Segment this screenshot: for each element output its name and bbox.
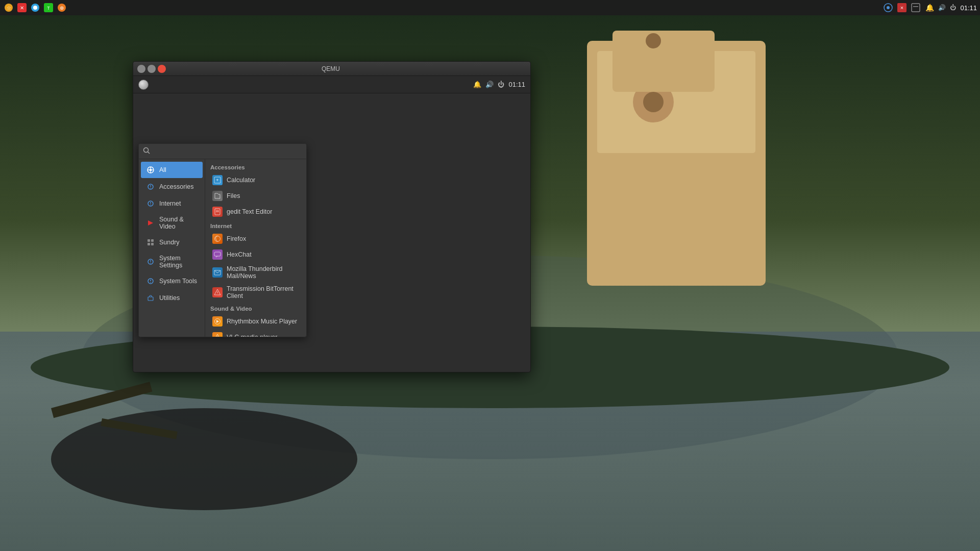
category-item-system-tools[interactable]: System Tools [141,273,203,289]
app-item-gedit-text-editor[interactable]: gedit Text Editor [207,204,304,219]
app-item-transmission-bittorrent-client[interactable]: Transmission BitTorrent Client [207,283,304,302]
app-icon-files [212,191,223,201]
app-icon-firefox [212,234,223,244]
category-label-internet: Internet [159,200,181,207]
app-icon-transmission-bittorrent-client [212,287,223,297]
close-button[interactable]: × [158,65,166,73]
app-icon-gedit-text-editor [212,207,223,217]
app-label-mozilla-thunderbird-mail-news: Mozilla Thunderbird Mail/News [227,265,299,280]
app-item-rhythmbox-music-player[interactable]: Rhythmbox Music Player [207,314,304,329]
volume-icon[interactable]: 🔊 [938,4,946,11]
svg-point-19 [646,33,661,48]
category-item-sundry[interactable]: Sundry [141,234,203,251]
app-icon-vlc-media-player [212,332,223,337]
app-label-gedit-text-editor: gedit Text Editor [227,208,272,215]
search-icon [143,147,150,156]
app-item-files[interactable]: Files [207,188,304,204]
section-header-accessories: Accessories [205,161,306,172]
svg-rect-18 [612,31,715,92]
category-icon-sundry [146,238,155,247]
category-icon-all [146,165,155,174]
qemu-title: QEMU [166,65,496,72]
app-label-calculator: Calculator [227,177,255,184]
svg-text:✕: ✕ [20,5,24,11]
app-icon-calculator: + [212,175,223,185]
category-list: AllAccessoriesInternetSound & VideoSundr… [139,159,205,337]
qemu-clock: 01:11 [508,81,525,88]
minimize-button[interactable]: – [137,65,145,73]
power-icon[interactable]: ⏻ [950,4,956,11]
svg-marker-53 [148,220,153,226]
qemu-logo-ball [138,80,149,90]
svg-rect-71 [214,252,220,256]
svg-point-60 [150,263,151,264]
category-item-all[interactable]: All [141,162,203,178]
category-item-accessories[interactable]: Accessories [141,179,203,195]
app-item-vlc-media-player[interactable]: VLC media player [207,330,304,337]
taskbar-app-icon-5[interactable]: ⊕ [56,2,67,13]
taskbar-app-icon-4[interactable]: T [43,2,54,13]
category-item-sound-video[interactable]: Sound & Video [141,212,203,234]
app-label-files: Files [227,192,240,199]
category-label-sundry: Sundry [159,239,180,246]
app-item-calculator[interactable]: +Calculator [207,172,304,188]
category-label-all: All [159,166,166,173]
window-manager-icon[interactable] [910,2,921,13]
maximize-button[interactable]: ❐ [148,65,156,73]
search-input[interactable] [153,147,302,155]
app-item-firefox[interactable]: Firefox [207,231,304,246]
app-item-mozilla-thunderbird-mail-news[interactable]: Mozilla Thunderbird Mail/News [207,263,304,282]
taskbar-app-icon-3[interactable] [30,2,41,13]
app-list: Accessories+CalculatorFilesgedit Text Ed… [205,159,306,337]
svg-point-63 [150,282,151,283]
category-icon-system-settings [146,257,155,266]
svg-rect-54 [148,239,150,242]
menu-body: AllAccessoriesInternetSound & VideoSundr… [139,159,306,337]
qemu-menu-left [138,80,149,90]
chrome-icon[interactable] [883,2,894,13]
svg-rect-64 [148,297,153,300]
app-icon-hexchat [212,249,223,260]
taskbar-right: × 🔔 🔊 ⏻ 01:11 [883,2,977,13]
svg-text:+: + [216,178,218,183]
svg-point-20 [51,408,357,510]
svg-point-28 [33,6,37,10]
svg-point-52 [150,205,151,206]
svg-text:T: T [47,6,50,11]
category-label-utilities: Utilities [159,294,180,302]
category-item-internet[interactable]: Internet [141,195,203,212]
svg-text:☆: ☆ [7,5,11,11]
titlebar-left-space: – ❐ × [137,65,166,73]
taskbar-app-icon-2[interactable]: ✕ [16,2,28,13]
category-icon-accessories [146,182,155,191]
svg-rect-56 [148,243,150,245]
category-icon-system-tools [146,277,155,286]
app-label-vlc-media-player: VLC media player [227,334,277,337]
svg-rect-38 [913,6,918,7]
category-label-sound-video: Sound & Video [159,216,198,230]
taskbar-app-icon-1[interactable]: ☆ [3,2,14,13]
svg-point-49 [150,188,151,189]
x-icon[interactable]: × [896,2,908,13]
category-icon-utilities [146,293,155,303]
qemu-window: – ❐ × QEMU 🔔 🔊 ⏻ 01:11 [133,61,531,372]
taskbar: ☆ ✕ T ⊕ × [0,0,980,15]
qemu-menu-right: 🔔 🔊 ⏻ 01:11 [473,81,525,88]
app-icon-rhythmbox-music-player [212,316,223,327]
app-label-hexchat: HexChat [227,251,252,258]
category-icon-sound-video [146,218,155,228]
category-label-system-settings: System Settings [159,255,198,269]
category-label-accessories: Accessories [159,183,193,190]
category-label-system-tools: System Tools [159,278,197,285]
svg-point-34 [887,6,890,9]
app-item-hexchat[interactable]: HexChat [207,247,304,262]
category-item-utilities[interactable]: Utilities [141,290,203,306]
section-header-sound---video: Sound & Video [205,303,306,313]
bell-icon[interactable]: 🔔 [925,4,934,12]
category-item-system-settings[interactable]: System Settings [141,251,203,272]
svg-rect-55 [151,239,154,242]
clock: 01:11 [960,4,977,12]
svg-marker-77 [216,320,219,323]
category-icon-internet [146,199,155,208]
svg-text:⊕: ⊕ [60,5,64,11]
